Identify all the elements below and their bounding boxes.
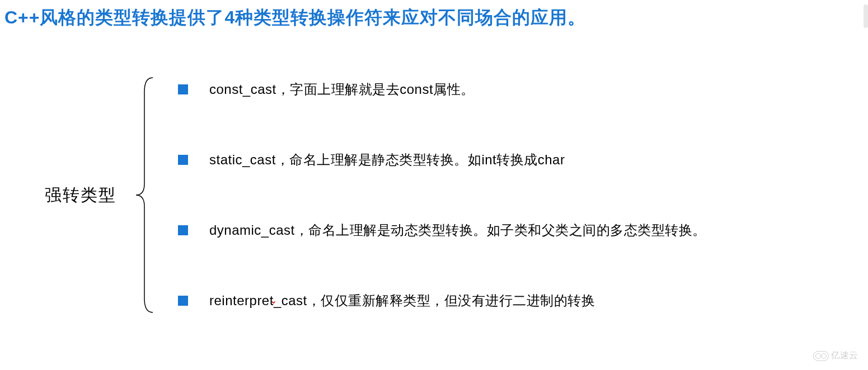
content-wrapper: 强转类型 const_cast，字面上理解就是去const属性。 static_… <box>0 75 868 315</box>
list-item: reinterpre⌄t_cast，仅仅重新解释类型，但没有进行二进制的转换 <box>178 292 706 310</box>
category-label: 强转类型 <box>45 184 116 207</box>
scrollbar-thumb[interactable] <box>864 4 868 28</box>
bullet-icon <box>178 84 188 94</box>
watermark-logo-icon <box>813 351 829 361</box>
bullet-icon <box>178 296 188 306</box>
list-item: const_cast，字面上理解就是去const属性。 <box>178 80 706 98</box>
item-text: dynamic_cast，命名上理解是动态类型转换。如子类和父类之间的多态类型转… <box>209 221 706 239</box>
item-text: static_cast，命名上理解是静态类型转换。如int转换成char <box>209 151 565 169</box>
bullet-icon <box>178 155 188 165</box>
watermark: 亿速云 <box>813 350 858 362</box>
bullet-icon <box>178 225 188 235</box>
page-title: C++风格的类型转换提供了4种类型转换操作符来应对不同场合的应用。 <box>0 0 868 30</box>
item-text: reinterpre⌄t_cast，仅仅重新解释类型，但没有进行二进制的转换 <box>209 292 595 310</box>
item-text: const_cast，字面上理解就是去const属性。 <box>209 80 475 98</box>
brace-icon <box>133 75 156 315</box>
item-text-pre: reinterpre <box>209 293 270 308</box>
item-text-post: _cast，仅仅重新解释类型，但没有进行二进制的转换 <box>274 293 595 308</box>
list-item: static_cast，命名上理解是静态类型转换。如int转换成char <box>178 151 706 169</box>
items-list: const_cast，字面上理解就是去const属性。 static_cast，… <box>156 80 706 310</box>
watermark-text: 亿速云 <box>831 350 858 362</box>
list-item: dynamic_cast，命名上理解是动态类型转换。如子类和父类之间的多态类型转… <box>178 221 706 239</box>
